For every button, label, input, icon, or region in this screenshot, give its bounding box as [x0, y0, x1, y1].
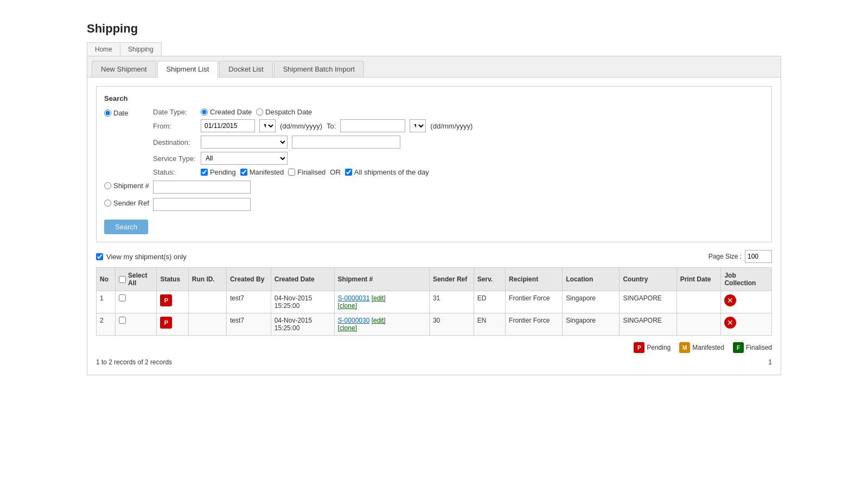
all-shipments-day-label[interactable]: All shipments of the day: [345, 168, 429, 176]
breadcrumb-home[interactable]: Home: [87, 43, 120, 56]
tab-shipment-batch-import[interactable]: Shipment Batch Import: [274, 61, 364, 77]
destination-input[interactable]: [292, 136, 400, 149]
all-shipments-day-checkbox[interactable]: [345, 169, 352, 176]
cell-recipient: Frontier Force: [506, 291, 563, 313]
pending-checkbox[interactable]: [201, 169, 208, 176]
date-range-row: From: ▼ (dd/mm/yyyy) To: ▼ (dd/mm/yy: [153, 119, 764, 132]
date-radio[interactable]: [104, 110, 111, 117]
manifested-checkbox-label[interactable]: Manifested: [240, 168, 284, 176]
cell-run-id: [188, 313, 226, 336]
cell-print-date: [676, 313, 721, 336]
shipment-hash-radio-label[interactable]: Shipment #: [104, 182, 149, 190]
destination-label: Destination:: [153, 138, 196, 146]
th-created-by: Created By: [226, 268, 271, 291]
sender-ref-radio[interactable]: [104, 200, 111, 207]
shipment-table: No Select All Status Run ID. Created By …: [96, 267, 772, 336]
breadcrumb-shipping[interactable]: Shipping: [120, 43, 161, 56]
from-date-input[interactable]: [201, 119, 255, 132]
sender-ref-input[interactable]: [153, 198, 251, 211]
search-date-row: Date Date Type: Created Date: [104, 108, 764, 176]
search-box: Search Date Date Type:: [96, 86, 772, 242]
clone-link-1[interactable]: [clone]: [338, 324, 357, 332]
date-radio-label[interactable]: Date: [104, 109, 128, 117]
records-count: 1 to 2 records of 2 records: [96, 358, 172, 366]
th-status: Status: [157, 268, 188, 291]
delete-button-1[interactable]: ✕: [724, 317, 736, 329]
cell-recipient: Frontier Force: [506, 313, 563, 336]
from-label: From:: [153, 122, 196, 130]
legend-pending: P Pending: [634, 342, 671, 353]
to-format-select[interactable]: ▼: [410, 119, 426, 132]
shipment-link-0[interactable]: S-0000031: [338, 294, 370, 302]
legend-manifested: M Manifested: [679, 342, 724, 353]
row-checkbox-0[interactable]: [119, 294, 126, 301]
sender-ref-radio-label[interactable]: Sender Ref: [104, 199, 149, 207]
th-created-date: Created Date: [271, 268, 334, 291]
created-date-radio-label[interactable]: Created Date: [201, 108, 252, 116]
shipment-hash-radio[interactable]: [104, 182, 111, 189]
th-select-all[interactable]: Select All: [116, 268, 157, 291]
th-serv: Serv.: [474, 268, 505, 291]
shipment-hash-input[interactable]: [153, 181, 251, 194]
main-panel: New Shipment Shipment List Docket List S…: [87, 56, 781, 375]
date-fields: Date Type: Created Date Despatch Date: [153, 108, 764, 176]
delete-button-0[interactable]: ✕: [724, 294, 736, 306]
despatch-date-radio-label[interactable]: Despatch Date: [256, 108, 312, 116]
page-size-input[interactable]: [745, 250, 772, 263]
cell-run-id: [188, 291, 226, 313]
shipment-hash-row: Shipment #: [104, 181, 764, 194]
pending-checkbox-label[interactable]: Pending: [201, 168, 236, 176]
cell-location: Singapore: [563, 291, 620, 313]
th-recipient: Recipient: [506, 268, 563, 291]
cell-checkbox[interactable]: [116, 291, 157, 313]
created-date-radio[interactable]: [201, 108, 208, 115]
cell-location: Singapore: [563, 313, 620, 336]
th-print-date: Print Date: [676, 268, 721, 291]
th-no: No: [97, 268, 116, 291]
finalised-checkbox[interactable]: [288, 169, 295, 176]
legend: P Pending M Manifested F Finalised: [96, 342, 772, 353]
service-type-label: Service Type:: [153, 155, 196, 163]
finalised-checkbox-label[interactable]: Finalised: [288, 168, 326, 176]
manifested-checkbox[interactable]: [240, 169, 247, 176]
cell-job-collection: ✕: [721, 313, 772, 336]
date-type-label: Date Type:: [153, 108, 196, 116]
service-type-select[interactable]: All: [201, 152, 288, 165]
search-title: Search: [104, 94, 764, 102]
cell-country: SINGAPORE: [620, 313, 676, 336]
tab-shipment-list[interactable]: Shipment List: [157, 61, 219, 78]
view-options: View my shipment(s) only Page Size :: [96, 250, 772, 263]
status-label: Status:: [153, 168, 196, 176]
view-my-shipments-label[interactable]: View my shipment(s) only: [96, 253, 187, 261]
despatch-date-radio[interactable]: [256, 108, 263, 115]
view-my-shipments-checkbox[interactable]: [96, 253, 103, 260]
shipment-link-1[interactable]: S-0000030: [338, 317, 370, 324]
cell-sender-ref: 30: [429, 313, 474, 336]
cell-shipment-num: S-0000031 [edit] [clone]: [334, 291, 429, 313]
cell-job-collection: ✕: [721, 291, 772, 313]
table-header-row: No Select All Status Run ID. Created By …: [97, 268, 772, 291]
select-all-checkbox[interactable]: [119, 276, 126, 283]
tab-docket-list[interactable]: Docket List: [219, 61, 272, 77]
edit-link-0[interactable]: [edit]: [372, 294, 386, 302]
page-size-control: Page Size :: [709, 250, 772, 263]
cell-checkbox[interactable]: [116, 313, 157, 336]
tab-bar: New Shipment Shipment List Docket List S…: [87, 56, 781, 78]
page-number: 1: [768, 358, 772, 366]
cell-serv: EN: [474, 313, 505, 336]
records-info: 1 to 2 records of 2 records 1: [96, 358, 772, 366]
destination-row: Destination:: [153, 136, 764, 149]
destination-select[interactable]: [201, 136, 288, 149]
status-badge-0: P: [160, 294, 172, 306]
row-checkbox-1[interactable]: [119, 317, 126, 324]
tab-new-shipment[interactable]: New Shipment: [92, 61, 156, 77]
to-date-input[interactable]: [340, 119, 405, 132]
edit-link-1[interactable]: [edit]: [372, 317, 386, 324]
cell-country: SINGAPORE: [620, 291, 676, 313]
search-button[interactable]: Search: [104, 220, 148, 234]
date-type-row: Date Type: Created Date Despatch Date: [153, 108, 764, 116]
clone-link-0[interactable]: [clone]: [338, 302, 357, 310]
cell-created-by: test7: [226, 291, 271, 313]
from-format-select[interactable]: ▼: [259, 119, 276, 132]
service-type-row: Service Type: All: [153, 152, 764, 165]
